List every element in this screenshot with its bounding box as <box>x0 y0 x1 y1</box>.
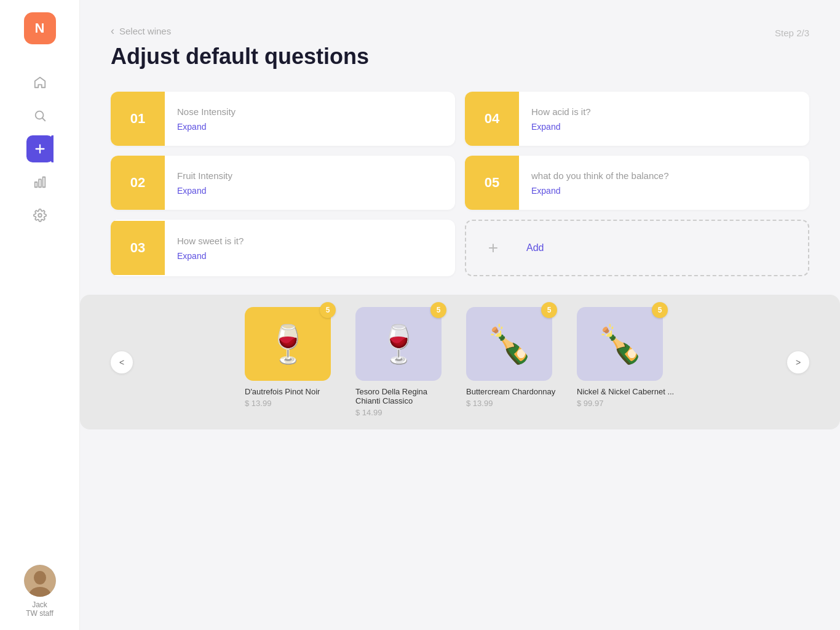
page-title: Adjust default questions <box>111 44 369 70</box>
wine-name-0: D'autrefois Pinot Noir <box>245 387 320 396</box>
wine-card-1: 5 🍷 Tesoro Della Regina Chianti Classico… <box>355 307 454 417</box>
question-expand-1[interactable]: Expand <box>177 122 236 132</box>
question-card-1: 01 Nose Intensity Expand <box>111 92 455 146</box>
sidebar-item-chart[interactable] <box>26 169 53 196</box>
wine-name-1: Tesoro Della Regina Chianti Classico <box>355 387 454 405</box>
question-number-5: 05 <box>465 156 519 210</box>
wine-image-3: 5 🍾 <box>577 307 663 381</box>
active-indicator <box>51 135 53 162</box>
question-info-5: what do you think of the balance? Expand <box>519 161 681 205</box>
svg-rect-4 <box>34 182 37 187</box>
wine-image-0: 5 🍷 <box>245 307 331 381</box>
sidebar: N <box>0 0 80 630</box>
question-title-1: Nose Intensity <box>177 106 236 117</box>
questions-grid: 01 Nose Intensity Expand 04 How acid is … <box>111 92 809 276</box>
wine-name-2: Buttercream Chardonnay <box>466 387 555 396</box>
wine-cards: 5 🍷 D'autrefois Pinot Noir $ 13.99 5 🍷 T… <box>139 307 781 417</box>
sidebar-item-home[interactable] <box>26 69 53 96</box>
question-expand-2[interactable]: Expand <box>177 186 232 196</box>
question-card-4: 04 How acid is it? Expand <box>465 92 809 146</box>
add-question-card[interactable]: + Add <box>465 220 809 276</box>
wine-bottle-icon-3: 🍾 <box>597 322 643 366</box>
wine-image-1: 5 🍷 <box>355 307 442 381</box>
question-title-2: Fruit Intensity <box>177 170 232 181</box>
wine-badge-0: 5 <box>320 302 336 318</box>
question-expand-4[interactable]: Expand <box>531 122 591 132</box>
svg-rect-5 <box>39 179 41 187</box>
shelf-next-button[interactable]: > <box>787 351 809 373</box>
wine-price-1: $ 14.99 <box>355 408 382 417</box>
breadcrumb-label: Select wines <box>119 26 171 36</box>
shelf-prev-button[interactable]: < <box>111 351 133 373</box>
wine-shelf: < 5 🍷 D'autrefois Pinot Noir $ 13.99 5 🍷… <box>80 295 840 429</box>
svg-rect-6 <box>42 177 45 188</box>
svg-line-1 <box>42 118 45 121</box>
sidebar-bottom: Jack TW staff <box>24 565 56 618</box>
wine-bottle-icon-1: 🍷 <box>376 322 422 366</box>
svg-point-0 <box>35 111 43 119</box>
add-label[interactable]: Add <box>520 242 544 253</box>
question-number-2: 02 <box>111 156 165 210</box>
question-info-1: Nose Intensity Expand <box>165 97 248 142</box>
question-number-3: 03 <box>111 221 165 275</box>
wine-price-2: $ 13.99 <box>466 399 493 408</box>
wine-card-0: 5 🍷 D'autrefois Pinot Noir $ 13.99 <box>245 307 343 417</box>
question-card-5: 05 what do you think of the balance? Exp… <box>465 156 809 210</box>
sidebar-item-search[interactable] <box>26 102 53 129</box>
app-logo: N <box>24 12 56 44</box>
wine-name-3: Nickel & Nickel Cabernet ... <box>577 387 674 396</box>
breadcrumb[interactable]: ‹ Select wines <box>111 25 809 38</box>
user-avatar[interactable] <box>24 565 56 597</box>
question-expand-3[interactable]: Expand <box>177 251 244 261</box>
step-label: Step 2/3 <box>775 22 809 38</box>
question-card-2: 02 Fruit Intensity Expand <box>111 156 455 210</box>
question-title-5: what do you think of the balance? <box>531 170 669 181</box>
wine-bottle-icon-0: 🍷 <box>265 322 311 366</box>
main-content: ‹ Select wines Adjust default questions … <box>80 0 840 630</box>
wine-badge-1: 5 <box>430 302 446 318</box>
question-info-2: Fruit Intensity Expand <box>165 161 245 205</box>
wine-card-2: 5 🍾 Buttercream Chardonnay $ 13.99 <box>466 307 565 417</box>
question-info-4: How acid is it? Expand <box>519 97 603 142</box>
wine-price-0: $ 13.99 <box>245 399 271 408</box>
question-expand-5[interactable]: Expand <box>531 186 669 196</box>
question-number-4: 04 <box>465 92 519 146</box>
question-info-3: How sweet is it? Expand <box>165 226 256 271</box>
svg-point-9 <box>34 571 46 584</box>
wine-image-2: 5 🍾 <box>466 307 552 381</box>
sidebar-item-settings[interactable] <box>26 202 53 229</box>
wine-price-3: $ 99.97 <box>577 399 603 408</box>
back-arrow-icon: ‹ <box>111 25 114 38</box>
question-card-3: 03 How sweet is it? Expand <box>111 220 455 276</box>
svg-point-7 <box>38 213 42 217</box>
sidebar-item-add[interactable] <box>26 135 53 162</box>
wine-card-3: 5 🍾 Nickel & Nickel Cabernet ... $ 99.97 <box>577 307 675 417</box>
wine-badge-2: 5 <box>541 302 557 318</box>
question-number-1: 01 <box>111 92 165 146</box>
question-title-3: How sweet is it? <box>177 236 244 246</box>
wine-bottle-icon-2: 🍾 <box>486 322 533 366</box>
wine-badge-3: 5 <box>652 302 668 318</box>
user-name: Jack TW staff <box>26 600 53 618</box>
question-title-4: How acid is it? <box>531 106 591 117</box>
add-plus-icon: + <box>466 221 520 275</box>
